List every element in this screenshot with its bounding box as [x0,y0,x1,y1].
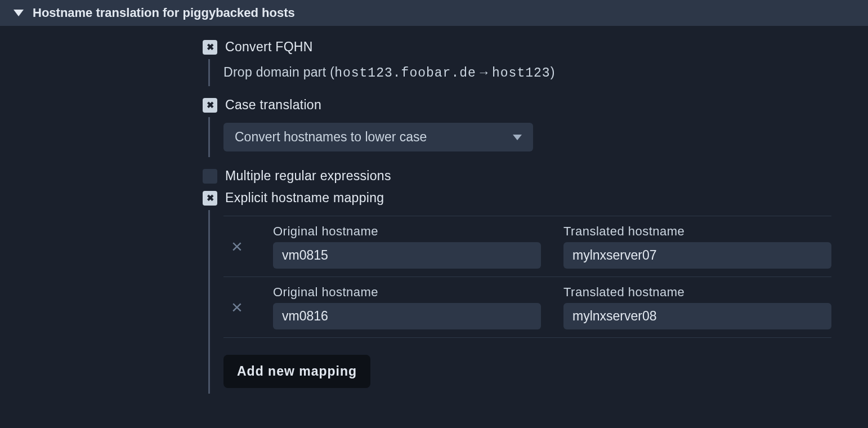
tree-line [208,210,210,394]
case-translation-dropdown[interactable]: Convert hostnames to lower case [223,123,533,151]
translated-hostname-input[interactable] [563,242,831,269]
collapse-icon [14,10,24,16]
multi-regex-label: Multiple regular expressions [225,168,391,184]
remove-mapping-icon[interactable]: × [223,296,250,318]
fqhn-desc-suffix: ) [551,65,555,79]
section-content: Convert FQHN Drop domain part (host123.f… [0,26,868,418]
option-multi-regex: Multiple regular expressions [203,168,868,184]
section-header[interactable]: Hostname translation for piggybacked hos… [0,0,868,26]
remove-mapping-icon[interactable]: × [223,235,250,257]
mapping-row: ×Original hostnameTranslated hostname [223,277,831,338]
fqhn-desc: Drop domain part (host123.foobar.de → ho… [223,65,555,79]
original-hostname-group: Original hostname [273,285,541,329]
original-hostname-input[interactable] [273,242,541,269]
multi-regex-checkbox[interactable] [203,169,217,184]
chevron-down-icon [513,135,522,140]
tree-line [208,117,210,157]
translated-hostname-group: Translated hostname [563,224,831,269]
fqhn-example-to: host123 [492,66,551,81]
original-hostname-group: Original hostname [273,224,541,269]
fqhn-example-from: host123.foobar.de [334,66,476,81]
case-translation-sub: Convert hostnames to lower case [208,117,868,157]
arrow-icon: → [480,66,489,81]
explicit-mapping-checkbox[interactable] [203,191,217,206]
translated-hostname-label: Translated hostname [563,285,831,300]
explicit-mapping-sub: ×Original hostnameTranslated hostname×Or… [208,210,868,394]
mapping-row: ×Original hostnameTranslated hostname [223,216,831,277]
dropdown-value: Convert hostnames to lower case [235,130,427,145]
original-hostname-label: Original hostname [273,224,541,239]
translated-hostname-input[interactable] [563,303,831,329]
case-translation-label: Case translation [225,97,321,113]
convert-fqhn-checkbox[interactable] [203,40,217,55]
add-mapping-button[interactable]: Add new mapping [223,355,370,388]
explicit-mapping-label: Explicit hostname mapping [225,190,384,206]
section-title: Hostname translation for piggybacked hos… [33,6,295,20]
convert-fqhn-label: Convert FQHN [225,39,313,55]
original-hostname-input[interactable] [273,303,541,329]
option-convert-fqhn: Convert FQHN [203,39,868,55]
original-hostname-label: Original hostname [273,285,541,300]
fqhn-desc-prefix: Drop domain part ( [223,65,334,79]
tree-line [208,59,210,86]
translated-hostname-label: Translated hostname [563,224,831,239]
convert-fqhn-sub: Drop domain part (host123.foobar.de → ho… [208,59,868,86]
option-case-translation: Case translation [203,97,868,113]
case-translation-checkbox[interactable] [203,98,217,113]
option-explicit-mapping: Explicit hostname mapping [203,190,868,206]
translated-hostname-group: Translated hostname [563,285,831,329]
